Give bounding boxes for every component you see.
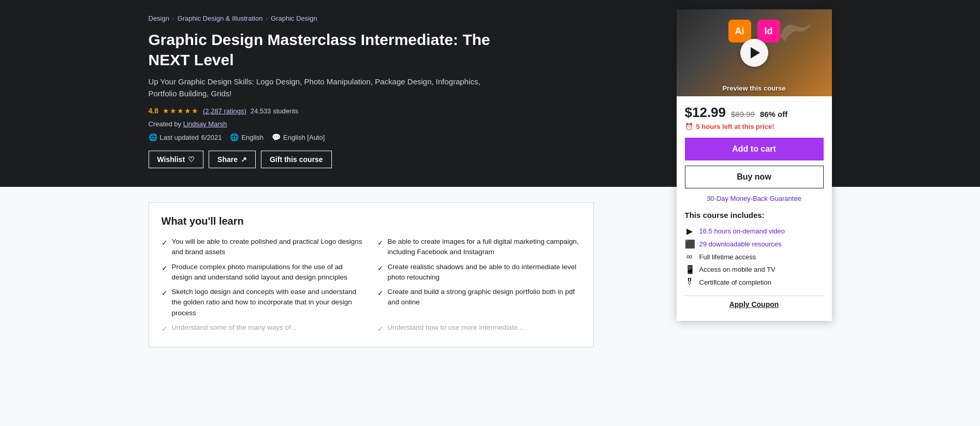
on-demand-video-link[interactable]: 16.5 hours on-demand video <box>699 227 785 235</box>
learn-item-faded: ✓ Understand how to use more intermediat… <box>377 322 581 334</box>
list-item: ▶ 16.5 hours on-demand video <box>685 225 824 238</box>
learn-item: ✓ Produce complex photo manipulations fo… <box>162 262 365 283</box>
gift-button[interactable]: Gift this course <box>261 151 332 168</box>
course-preview-thumbnail[interactable]: Ai Id Preview this course <box>677 9 832 96</box>
update-icon: 🌐 <box>149 133 157 141</box>
timer-text: 5 hours left at this price! <box>696 123 774 130</box>
video-icon: ▶ <box>685 226 694 236</box>
preview-label: Preview this course <box>722 84 785 92</box>
rating-count[interactable]: (2,287 ratings) <box>203 107 246 115</box>
breadcrumb-graphic-design[interactable]: Graphic Design <box>271 14 317 22</box>
last-updated-item: 🌐 Last updated 6/2021 <box>149 133 222 141</box>
last-updated-label: Last updated <box>160 134 199 141</box>
list-item: ⬛ 29 downloadable resources <box>685 238 824 251</box>
download-icon: ⬛ <box>685 239 694 249</box>
check-icon: ✓ <box>162 238 168 248</box>
share-arrow-icon: ↗ <box>241 155 247 164</box>
main-content: What you'll learn ✓ You will be able to … <box>0 187 980 363</box>
timer-row: ⏰ 5 hours left at this price! <box>685 123 824 130</box>
heart-icon: ♡ <box>188 155 195 164</box>
mobile-icon: 📱 <box>685 265 694 274</box>
on-demand-video-text: 16.5 hours on-demand video <box>699 227 785 235</box>
breadcrumb-sep-2: › <box>266 16 268 22</box>
check-icon: ✓ <box>162 324 168 334</box>
learn-item-text: Understand how to use more intermediate.… <box>388 322 524 333</box>
learn-item: ✓ Be able to create images for a full di… <box>377 237 581 258</box>
learn-title: What you'll learn <box>162 215 581 227</box>
caption-icon: 💬 <box>272 133 281 141</box>
price-row: $12.99 $89.99 86% off <box>685 105 824 121</box>
learn-item-text: Produce complex photo manipulations for … <box>172 262 365 283</box>
original-price: $89.99 <box>731 110 755 119</box>
list-item: ∞ Full lifetime access <box>685 251 824 263</box>
list-item: 📱 Access on mobile and TV <box>685 263 824 276</box>
learn-box: What you'll learn ✓ You will be able to … <box>149 202 594 347</box>
check-icon: ✓ <box>377 238 384 248</box>
check-icon: ✓ <box>377 263 384 274</box>
list-item: 🎖 Certificate of completion <box>685 276 824 288</box>
indesign-icon: Id <box>757 20 780 42</box>
learn-item-text: Understand some of the many ways of... <box>172 322 297 333</box>
play-triangle-icon <box>751 47 760 58</box>
add-to-cart-button[interactable]: Add to cart <box>685 138 824 160</box>
current-price: $12.99 <box>685 105 726 121</box>
downloadable-resources-text: 29 downloadable resources <box>699 240 782 248</box>
learn-item: ✓ You will be able to create polished an… <box>162 237 365 258</box>
rating-row: 4.8 ★★★★★ (2,287 ratings) 24,533 student… <box>149 107 666 115</box>
caption-value: English [Auto] <box>283 134 325 141</box>
guarantee-link[interactable]: 30-Day Money-Back Guarantee <box>707 195 801 202</box>
meta-row: 🌐 Last updated 6/2021 🌐 English 💬 Englis… <box>149 133 666 141</box>
check-icon: ✓ <box>377 324 384 334</box>
learn-item-faded: ✓ Understand some of the many ways of... <box>162 322 365 334</box>
check-icon: ✓ <box>162 263 168 274</box>
stars-icon: ★★★★★ <box>163 107 199 115</box>
buy-now-button[interactable]: Buy now <box>685 166 824 188</box>
bird-decoration <box>775 16 816 47</box>
illustrator-icon: Ai <box>728 20 751 42</box>
course-subtitle: Up Your Graphic Design Skills: Logo Desi… <box>149 76 501 99</box>
learn-item-text: Sketch logo design and concepts with eas… <box>172 287 365 318</box>
learn-item-text: Be able to create images for a full digi… <box>388 237 581 258</box>
action-buttons: Wishlist ♡ Share ↗ Gift this course <box>149 151 666 168</box>
includes-list: ▶ 16.5 hours on-demand video ⬛ 29 downlo… <box>685 225 824 288</box>
breadcrumb-design[interactable]: Design <box>149 14 169 22</box>
learn-item-text: Create and build a strong graphic design… <box>388 287 581 308</box>
learn-item-text: You will be able to create polished and … <box>172 237 365 258</box>
course-title: Graphic Design Masterclass Intermediate:… <box>149 30 501 70</box>
students-count: 24,533 students <box>251 107 299 115</box>
downloadable-resources-link[interactable]: 29 downloadable resources <box>699 240 782 248</box>
breadcrumb: Design › Graphic Design & Illustration ›… <box>149 14 666 22</box>
lifetime-access-text: Full lifetime access <box>699 253 756 261</box>
guarantee-text: 30-Day Money-Back Guarantee <box>685 195 824 202</box>
learn-item: ✓ Create realistic shadows and be able t… <box>377 262 581 283</box>
discount-badge: 86% off <box>760 110 787 119</box>
last-updated-value: 6/2021 <box>201 134 222 141</box>
check-icon: ✓ <box>377 288 384 299</box>
mobile-tv-text: Access on mobile and TV <box>699 266 776 273</box>
clock-icon: ⏰ <box>685 123 693 130</box>
certificate-text: Certificate of completion <box>699 278 771 286</box>
globe-icon: 🌐 <box>230 133 239 141</box>
certificate-icon: 🎖 <box>685 277 694 287</box>
breadcrumb-sep-1: › <box>172 16 174 22</box>
card-body: $12.99 $89.99 86% off ⏰ 5 hours left at … <box>677 96 832 321</box>
learn-item: ✓ Create and build a strong graphic desi… <box>377 287 581 318</box>
play-button[interactable] <box>740 39 768 67</box>
check-icon: ✓ <box>162 288 168 299</box>
sidebar-card: Ai Id Preview this course $12.99 $89.99 … <box>677 9 832 321</box>
share-button[interactable]: Share ↗ <box>209 151 256 168</box>
language-value: English <box>241 134 264 141</box>
breadcrumb-graphic-design-illustration[interactable]: Graphic Design & Illustration <box>178 14 263 22</box>
learn-item: ✓ Sketch logo design and concepts with e… <box>162 287 365 318</box>
infinity-icon: ∞ <box>685 252 694 261</box>
learn-item-text: Create realistic shadows and be able to … <box>388 262 581 283</box>
learn-grid: ✓ You will be able to create polished an… <box>162 237 581 334</box>
includes-title: This course includes: <box>685 211 824 219</box>
language-item: 🌐 English <box>230 133 264 141</box>
apply-coupon-button[interactable]: Apply Coupon <box>685 296 824 313</box>
wishlist-button[interactable]: Wishlist ♡ <box>149 151 204 168</box>
rating-number: 4.8 <box>149 107 158 115</box>
creator-row: Created by Lindsay Marsh <box>149 120 666 128</box>
creator-link[interactable]: Lindsay Marsh <box>183 120 227 128</box>
hero-section: Design › Graphic Design & Illustration ›… <box>0 0 980 187</box>
